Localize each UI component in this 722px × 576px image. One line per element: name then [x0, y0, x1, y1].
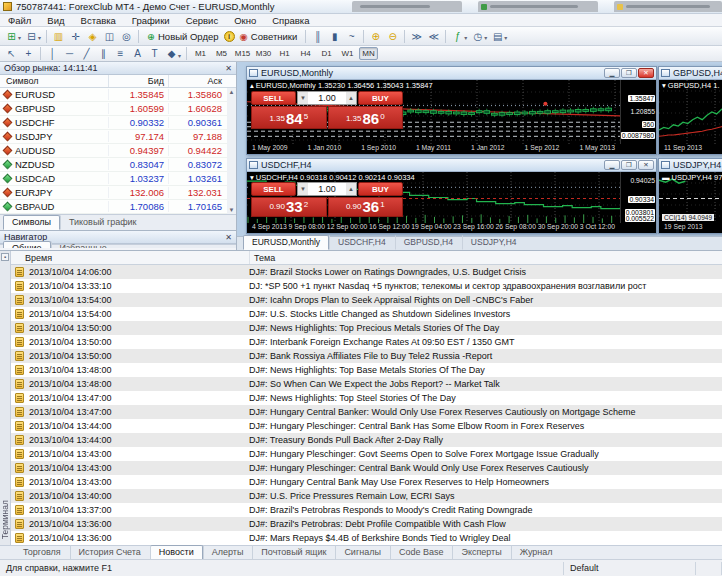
- terminal-side-label[interactable]: Терминал: [0, 500, 11, 541]
- time-axis[interactable]: 19 Sep 201323 Sep 16:00: [659, 223, 722, 233]
- news-row[interactable]: 2013/10/04 13:47:00 DJ#: Hungary Central…: [11, 405, 722, 419]
- terminal-tab[interactable]: История Счета: [70, 545, 150, 560]
- timeframe-button[interactable]: M30: [254, 47, 273, 60]
- news-row[interactable]: 2013/10/04 13:44:00 DJ#: Treasury Bonds …: [11, 433, 722, 447]
- horizontal-line-icon[interactable]: ─: [61, 46, 78, 61]
- menu-item[interactable]: Вид: [39, 15, 72, 26]
- symbol-row[interactable]: USDCHF 0.90332 0.90361: [0, 116, 236, 130]
- terminal-icon[interactable]: ◫: [101, 29, 118, 44]
- close-button[interactable]: ✕: [638, 68, 654, 78]
- chart-body[interactable]: ▬ USDJPY,H4 97 CCI(14) 94.0949 19 Sep 20…: [659, 172, 722, 233]
- symbol-row[interactable]: USDCAD 1.03237 1.03261: [0, 172, 236, 186]
- news-row[interactable]: 2013/10/04 13:40:00 DJ#: U.S. Price Pres…: [11, 489, 722, 503]
- indicators-dropdown-icon[interactable]: ▾: [464, 34, 467, 41]
- price-scale[interactable]: 0.940250.903340.0038010.005522: [620, 172, 656, 223]
- chart-window-titlebar[interactable]: USDJPY,H4: [659, 159, 722, 172]
- menu-item[interactable]: Сервис: [178, 15, 227, 26]
- news-row[interactable]: 2013/10/04 13:33:10 DJ: *SP 500 +1 пункт…: [11, 279, 722, 293]
- symbol-row[interactable]: EURUSD 1.35845 1.35860: [0, 88, 236, 102]
- scroll-down-icon[interactable]: ▼: [229, 207, 235, 213]
- symbol-row[interactable]: AUDUSD 0.94397 0.94422: [0, 144, 236, 158]
- bar-chart-icon[interactable]: ║: [309, 29, 326, 44]
- channel-icon[interactable]: ∥: [95, 46, 112, 61]
- chart-tab[interactable]: USDJPY,H4: [462, 235, 526, 250]
- news-row[interactable]: 2013/10/04 13:47:00 DJ#: News Highlights…: [11, 391, 722, 405]
- chart-body[interactable]: ▴ EURUSD,Monthly 1.35230 1.36456 1.35043…: [247, 80, 656, 154]
- autotrading-info-icon[interactable]: i: [224, 31, 235, 42]
- news-row[interactable]: 2013/10/04 13:43:00 DJ#: Hungary Pleschi…: [11, 461, 722, 475]
- column-topic[interactable]: Тема: [249, 251, 722, 264]
- timeframe-button[interactable]: M1: [191, 47, 210, 60]
- navigator-close-icon[interactable]: ✕: [225, 233, 232, 242]
- volume-value[interactable]: 1.00: [308, 183, 346, 195]
- terminal-tab[interactable]: Журнал: [511, 545, 562, 560]
- news-row[interactable]: 2013/10/04 13:50:00 DJ#: News Highlights…: [11, 321, 722, 335]
- status-profile[interactable]: Default: [564, 562, 696, 575]
- text-tool-icon[interactable]: A: [129, 46, 146, 61]
- minimize-button[interactable]: ▁: [604, 160, 620, 170]
- buy-button[interactable]: BUY: [358, 91, 403, 105]
- navigator-tab[interactable]: Общие: [3, 241, 51, 248]
- cursor-icon[interactable]: ↖: [3, 46, 20, 61]
- new-chart-dropdown-icon[interactable]: ▾: [18, 34, 21, 41]
- news-row[interactable]: 2013/10/04 13:54:00 DJ#: Icahn Drops Pla…: [11, 293, 722, 307]
- chart-window-gbpusd[interactable]: GBPUSD,H4 ▾ GBPUSD,H4 1. 11 Sep 201313 S…: [658, 66, 722, 155]
- menu-item[interactable]: Справка: [264, 15, 317, 26]
- sell-button[interactable]: SELL: [251, 182, 296, 196]
- chart-tab[interactable]: USDCHF,H4: [329, 235, 395, 250]
- restore-button[interactable]: ❐: [621, 160, 637, 170]
- zoom-out-icon[interactable]: ⊖: [384, 29, 401, 44]
- menu-item[interactable]: Вставка: [73, 15, 124, 26]
- auto-scroll-icon[interactable]: ≫: [408, 29, 425, 44]
- terminal-tab[interactable]: Code Base: [390, 545, 453, 560]
- volume-up-icon[interactable]: ▲: [346, 92, 356, 104]
- timeframe-button[interactable]: H1: [275, 47, 294, 60]
- volume-down-icon[interactable]: ▼: [298, 92, 308, 104]
- chart-window-usdjpy[interactable]: USDJPY,H4 ▬ USDJPY,H4 97 CCI(14) 94.0949…: [658, 158, 722, 234]
- sell-price[interactable]: 0.90 33 2: [251, 197, 327, 217]
- news-row[interactable]: 2013/10/04 13:48:00 DJ#: News Highlights…: [11, 363, 722, 377]
- expert-advisors-button[interactable]: ◉ Советники: [235, 28, 303, 44]
- timeframe-button[interactable]: MN: [359, 47, 378, 60]
- strategy-tester-icon[interactable]: ◎: [118, 29, 135, 44]
- new-order-button[interactable]: ⊕ Новый Ордер: [142, 28, 224, 44]
- sell-price[interactable]: 1.35 84 5: [251, 106, 327, 129]
- sell-button[interactable]: SELL: [251, 91, 296, 105]
- symbol-row[interactable]: EURJPY 132.006 132.031: [0, 186, 236, 200]
- column-bid[interactable]: Бид: [108, 75, 168, 87]
- navigator-icon[interactable]: ◈: [84, 29, 101, 44]
- terminal-tab[interactable]: Эксперты: [452, 545, 510, 560]
- chart-tab[interactable]: EURUSD,Monthly: [243, 235, 329, 250]
- timeframe-button[interactable]: H4: [296, 47, 315, 60]
- templates-dropdown-icon[interactable]: ▾: [504, 34, 507, 41]
- timeframe-button[interactable]: D1: [317, 47, 336, 60]
- price-scale[interactable]: 1.358471.208553600.0087980: [620, 80, 656, 144]
- news-row[interactable]: 2013/10/04 13:36:00 DJ#: Brazil's Petrob…: [11, 517, 722, 531]
- data-window-icon[interactable]: ✛: [67, 29, 84, 44]
- news-row[interactable]: 2013/10/04 13:50:00 DJ#: Interbank Forei…: [11, 335, 722, 349]
- terminal-tab[interactable]: Алерты: [203, 545, 253, 560]
- timeframe-button[interactable]: W1: [338, 47, 357, 60]
- chart-window-titlebar[interactable]: USDCHF,H4 ▁ ❐ ✕: [247, 159, 656, 172]
- zoom-in-icon[interactable]: ⊕: [367, 29, 384, 44]
- chart-window-eurusd[interactable]: EURUSD,Monthly ▁ ❐ ✕ ▴ EURUSD,Monthly 1.…: [246, 66, 657, 155]
- chart-window-usdchf[interactable]: USDCHF,H4 ▁ ❐ ✕ ▾ USDCHF,H4 0.90318 0.90…: [246, 158, 657, 234]
- trendline-icon[interactable]: ╱: [78, 46, 95, 61]
- timeframe-button[interactable]: M5: [212, 47, 231, 60]
- symbol-row[interactable]: NZDUSD 0.83047 0.83072: [0, 158, 236, 172]
- column-symbol[interactable]: Символ: [0, 76, 108, 86]
- periods-dropdown-icon[interactable]: ▾: [484, 34, 487, 41]
- menu-item[interactable]: Графики: [124, 15, 178, 26]
- menu-item[interactable]: Файл: [0, 15, 39, 26]
- time-axis[interactable]: 11 Sep 201313 Sep 04:00: [659, 144, 722, 154]
- market-watch-close-icon[interactable]: ✕: [225, 64, 232, 73]
- news-row[interactable]: 2013/10/04 13:50:00 DJ#: Bank Rossiya Af…: [11, 349, 722, 363]
- news-row[interactable]: 2013/10/04 13:54:00 DJ#: U.S. Stocks Lit…: [11, 307, 722, 321]
- buy-button[interactable]: BUY: [358, 182, 403, 196]
- buy-price[interactable]: 0.90 36 1: [328, 197, 404, 217]
- chart-shift-icon[interactable]: ≪: [425, 29, 442, 44]
- time-axis[interactable]: 4 Sep 20139 Sep 08:0012 Sep 00:0016 Sep …: [247, 223, 620, 233]
- column-ask[interactable]: Аск: [168, 75, 226, 87]
- news-row[interactable]: 2013/10/04 14:06:00 DJ#: Brazil Stocks L…: [11, 265, 722, 279]
- symbol-row[interactable]: USDJPY 97.174 97.188: [0, 130, 236, 144]
